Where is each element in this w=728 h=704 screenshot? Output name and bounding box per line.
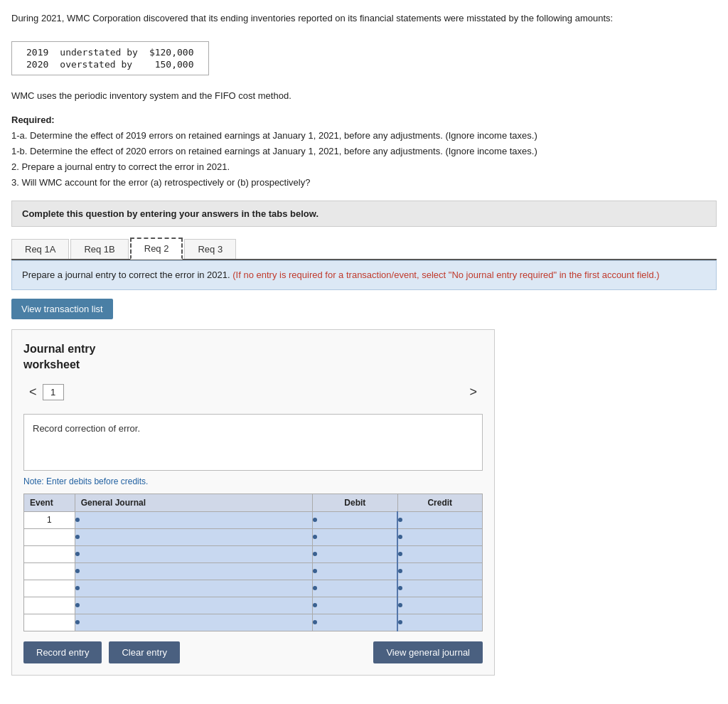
debit-cell[interactable] xyxy=(313,614,397,631)
intro-paragraph: During 2021, WMC Corporation discovered … xyxy=(11,11,717,26)
tab-req2[interactable]: Req 2 xyxy=(130,238,183,260)
credit-cell[interactable] xyxy=(397,545,482,562)
journal-cell[interactable] xyxy=(75,511,312,528)
journal-cell[interactable] xyxy=(75,614,312,631)
journal-input[interactable] xyxy=(75,580,312,597)
debit-cell[interactable] xyxy=(313,562,397,580)
worksheet-title: Journal entry worksheet xyxy=(23,341,483,373)
journal-cell[interactable] xyxy=(75,562,312,580)
cell-marker xyxy=(75,620,80,624)
cell-marker xyxy=(75,603,80,607)
next-page-button[interactable]: > xyxy=(464,382,483,402)
prev-page-button[interactable]: < xyxy=(23,382,43,402)
clear-entry-button[interactable]: Clear entry xyxy=(109,641,180,663)
event-cell xyxy=(24,614,75,631)
record-entry-button[interactable]: Record entry xyxy=(23,641,102,663)
tab-req3[interactable]: Req 3 xyxy=(184,239,236,259)
journal-input[interactable] xyxy=(75,614,312,631)
note-text: Note: Enter debits before credits. xyxy=(23,476,483,486)
debit-cell[interactable] xyxy=(313,545,397,562)
inventory-error-table: 2019 understated by $120,000 2020 overst… xyxy=(11,41,209,75)
credit-cell[interactable] xyxy=(397,614,482,631)
debit-marker xyxy=(313,569,317,573)
req-item-3: 3. Will WMC account for the error (a) re… xyxy=(11,177,310,188)
journal-cell[interactable] xyxy=(75,597,312,614)
journal-input[interactable] xyxy=(75,512,312,528)
view-transaction-button[interactable]: View transaction list xyxy=(11,299,113,319)
credit-input[interactable] xyxy=(398,512,482,528)
amount-cell: $120,000 xyxy=(144,46,200,58)
credit-input[interactable] xyxy=(398,529,482,545)
instruction-bar: Prepare a journal entry to correct the e… xyxy=(11,260,717,290)
debit-input[interactable] xyxy=(313,614,397,631)
credit-marker xyxy=(398,569,402,573)
req-item-2: 2. Prepare a journal entry to correct th… xyxy=(11,161,230,172)
table-row xyxy=(24,597,483,614)
table-row xyxy=(24,528,483,545)
col-general-journal: General Journal xyxy=(75,494,312,511)
credit-marker xyxy=(398,518,402,522)
credit-input[interactable] xyxy=(398,614,482,631)
debit-input[interactable] xyxy=(313,597,397,614)
journal-input[interactable] xyxy=(75,597,312,614)
debit-input[interactable] xyxy=(313,529,397,545)
credit-cell[interactable] xyxy=(397,580,482,597)
complete-box: Complete this question by entering your … xyxy=(11,201,717,227)
debit-input[interactable] xyxy=(313,580,397,597)
debit-input[interactable] xyxy=(313,512,397,528)
debit-marker xyxy=(313,603,317,607)
journal-cell[interactable] xyxy=(75,528,312,545)
journal-cell[interactable] xyxy=(75,545,312,562)
cell-marker xyxy=(75,535,80,539)
inventory-row: 2019 understated by $120,000 xyxy=(21,46,200,58)
credit-marker xyxy=(398,620,402,624)
credit-input[interactable] xyxy=(398,563,482,580)
debit-input[interactable] xyxy=(313,563,397,580)
event-cell xyxy=(24,580,75,597)
credit-input[interactable] xyxy=(398,580,482,597)
page-number: 1 xyxy=(43,384,64,400)
debit-cell[interactable] xyxy=(313,528,397,545)
desc-cell: understated by xyxy=(54,46,144,58)
credit-input[interactable] xyxy=(398,597,482,614)
debit-input[interactable] xyxy=(313,546,397,562)
credit-marker xyxy=(398,552,402,556)
tab-req1b[interactable]: Req 1B xyxy=(70,239,128,259)
nav-row: < 1 > xyxy=(23,382,483,402)
col-debit: Debit xyxy=(313,494,397,511)
view-general-journal-button[interactable]: View general journal xyxy=(373,641,483,663)
credit-marker xyxy=(398,603,402,607)
journal-cell[interactable] xyxy=(75,580,312,597)
credit-cell[interactable] xyxy=(397,528,482,545)
debit-cell[interactable] xyxy=(313,511,397,528)
debit-cell[interactable] xyxy=(313,580,397,597)
worksheet-container: Journal entry worksheet < 1 > Record cor… xyxy=(11,329,495,676)
amount-cell: 150,000 xyxy=(144,58,200,70)
credit-cell[interactable] xyxy=(397,511,482,528)
record-description-box: Record correction of error. xyxy=(23,414,483,471)
tab-req1a[interactable]: Req 1A xyxy=(11,239,69,259)
debit-cell[interactable] xyxy=(313,597,397,614)
instruction-red: (If no entry is required for a transacti… xyxy=(232,270,659,280)
table-row xyxy=(24,562,483,580)
inventory-row: 2020 overstated by 150,000 xyxy=(21,58,200,70)
credit-input[interactable] xyxy=(398,546,482,562)
journal-input[interactable] xyxy=(75,563,312,580)
year-cell: 2019 xyxy=(21,46,54,58)
credit-cell[interactable] xyxy=(397,562,482,580)
instruction-main: Prepare a journal entry to correct the e… xyxy=(22,270,230,280)
event-cell xyxy=(24,597,75,614)
credit-cell[interactable] xyxy=(397,597,482,614)
credit-marker xyxy=(398,535,402,539)
cell-marker xyxy=(75,518,80,522)
event-cell xyxy=(24,545,75,562)
table-row xyxy=(24,545,483,562)
col-event: Event xyxy=(24,494,75,511)
debit-marker xyxy=(313,552,317,556)
journal-input[interactable] xyxy=(75,529,312,545)
journal-input[interactable] xyxy=(75,546,312,562)
uses-text: WMC uses the periodic inventory system a… xyxy=(11,89,717,103)
cell-marker xyxy=(75,552,80,556)
debit-marker xyxy=(313,518,317,522)
bottom-buttons: Record entry Clear entry View general jo… xyxy=(23,641,483,663)
